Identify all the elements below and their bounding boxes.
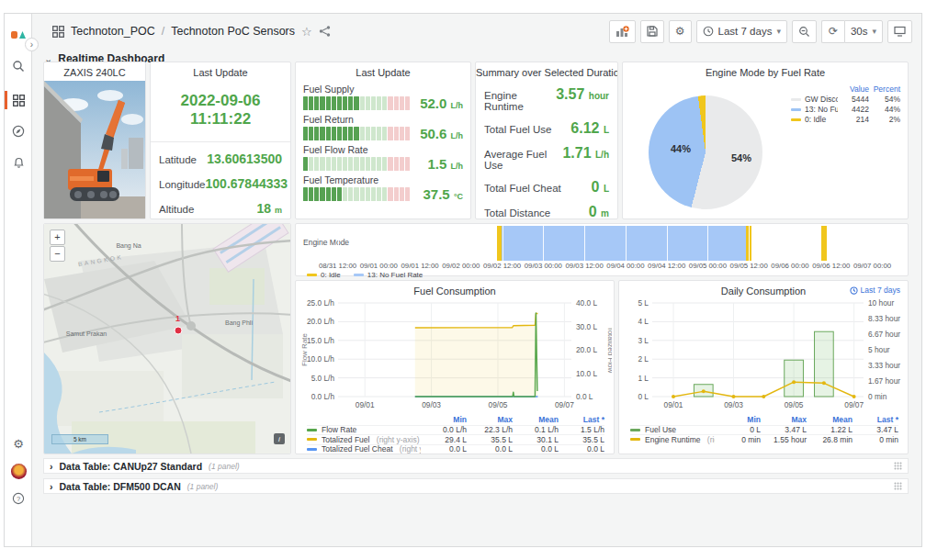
gauge-cell (377, 187, 381, 201)
time-range-picker[interactable]: Last 7 days ▾ (696, 20, 787, 43)
panel-summary: Summary over Selected Duration Engine Ru… (475, 62, 618, 219)
share-icon[interactable] (319, 26, 331, 37)
stat-label: Total Distance (484, 207, 550, 218)
legend-sort-header[interactable]: Max (761, 415, 807, 424)
legend-stat: 22.3 L/h (467, 425, 513, 434)
svg-text:40.0 L: 40.0 L (576, 298, 597, 308)
legend-sort-header[interactable]: Mean (807, 415, 853, 424)
stat-row: Engine Runtime 3.57 hour (476, 86, 617, 112)
chevron-down-icon: ▾ (872, 27, 876, 36)
help-icon[interactable]: ? (5, 487, 32, 510)
pie-legend-row[interactable]: GW Disconnected544454% (791, 95, 900, 104)
dashboard-settings-button[interactable]: ⚙ (669, 20, 692, 43)
gauge-cell (348, 96, 353, 110)
panel-time-override-badge[interactable]: Last 7 days (850, 286, 900, 295)
map-zoom-in-button[interactable]: + (50, 230, 65, 245)
map-marker-label: 1 (175, 314, 180, 323)
user-avatar[interactable] (5, 459, 32, 483)
legend-sort-header[interactable]: Last * (853, 415, 898, 424)
save-dashboard-button[interactable] (640, 20, 664, 43)
breadcrumb-dashboard[interactable]: Technoton PoC Sensors (171, 25, 295, 38)
gauge-cell (405, 157, 410, 171)
timeline-x-tick: 09/04 00:00 (606, 262, 644, 270)
search-icon[interactable] (5, 54, 32, 78)
panel-title[interactable]: Summary over Selected Duration (476, 62, 617, 81)
legend-row[interactable]: Engine Runtime (right y-axis)0 min1.55 h… (630, 434, 898, 444)
map-zoom-out-button[interactable]: − (50, 246, 65, 262)
refresh-button[interactable]: ⟳ (821, 20, 844, 43)
timeline-legend-item[interactable]: 0: Idle (307, 271, 341, 279)
legend-sort-header[interactable]: Value (838, 84, 869, 94)
legend-sort-header[interactable]: Percent (869, 84, 900, 94)
row-title: Data Table: CANUp27 Standard (60, 461, 203, 472)
drag-handle[interactable] (894, 462, 902, 470)
timeline-segment[interactable] (502, 226, 746, 261)
gauge-row: 50.6 L/h (296, 125, 470, 141)
timeline-legend-item[interactable]: 13: No Fuel Rate (354, 271, 423, 279)
legend-row[interactable]: Flow Rate0.0 L/h22.3 L/h0.1 L/h1.5 L/h (307, 425, 604, 435)
legend-stat: 214 (838, 115, 869, 124)
panel-engine-mode-pie: Engine Mode by Fuel Rate 44% 54% ValuePe… (622, 62, 909, 219)
legend-sort-header[interactable]: Min (421, 415, 467, 424)
timeline-x-axis: 08/31 12:0009/01 00:0009/01 12:0009/02 0… (305, 262, 898, 270)
timeline-gridline (420, 226, 421, 261)
favorite-star-icon[interactable]: ☆ (301, 25, 312, 39)
pie-legend-row[interactable]: 13: No Fuel Rate442244% (791, 105, 900, 114)
timeline-x-tick: 09/02 12:00 (483, 262, 521, 270)
gauge-cell (354, 187, 358, 201)
explore-compass-icon[interactable] (5, 119, 32, 143)
svg-text:0.0 L: 0.0 L (576, 392, 593, 401)
map-marker[interactable] (175, 327, 182, 334)
refresh-interval-dropdown[interactable]: 30s ▾ (844, 20, 883, 43)
legend-stat: 44% (869, 105, 900, 114)
gauge-cell (366, 187, 370, 201)
legend-sort-header[interactable]: Min (715, 415, 761, 424)
org-logo-icon (11, 28, 26, 41)
timeline-x-tick: 08/31 12:00 (319, 262, 356, 270)
legend-sort-header[interactable]: Max (467, 415, 513, 424)
pie-legend-row[interactable]: 0: Idle2142% (791, 115, 900, 124)
svg-text:5 L: 5 L (638, 298, 649, 308)
svg-text:0 L: 0 L (638, 392, 649, 401)
sidebar: ⚙ ? (5, 14, 32, 546)
legend-row[interactable]: Fuel Use0 L3.47 L1.22 L3.47 L (630, 425, 898, 435)
timeline-segment[interactable] (821, 226, 827, 261)
daily-consumption-chart[interactable]: 5 L4 L3 L2 L1 L0 L10 hour8.33 hour6.67 h… (623, 297, 906, 413)
fuel-flow-rate-gauge (303, 157, 410, 171)
kiosk-mode-button[interactable] (887, 20, 912, 43)
zoom-out-time-button[interactable] (792, 20, 817, 43)
collapsed-row-dfm500[interactable]: › Data Table: DFM500 DCAN (1 panel) (43, 478, 909, 494)
toolbar: ⚙ Last 7 days ▾ ⟳ (609, 20, 912, 43)
gauge-cell (332, 96, 336, 110)
gauge-value: 37.5 °C (415, 186, 463, 202)
gauge-value: 50.6 L/h (415, 126, 463, 141)
legend-row[interactable]: Totalized Fuel Cheat (right y-axis)0.0 L… (307, 444, 604, 454)
add-panel-button[interactable] (609, 20, 636, 43)
fuel-consumption-chart[interactable]: 25.0 L/h20.0 L/h15.0 L/h10.0 L/h5.0 L/h0… (299, 297, 612, 413)
panel-daily-consumption: Daily Consumption Last 7 days 5 L4 L3 L2… (618, 280, 909, 454)
gauge-cell (371, 127, 376, 140)
settings-gear-icon[interactable]: ⚙ (5, 431, 32, 455)
sidebar-collapse-button[interactable]: › (25, 38, 39, 51)
legend-sort-header[interactable]: Last * (559, 415, 604, 424)
drag-handle[interactable] (894, 482, 902, 490)
panel-title[interactable]: Engine Mode by Fuel Rate (623, 62, 908, 81)
map-attribution-icon[interactable]: i (274, 433, 285, 444)
gauge-value: 52.0 L/h (415, 95, 463, 111)
collapsed-row-canup27[interactable]: › Data Table: CANUp27 Standard (1 panel) (43, 458, 909, 474)
sidebar-item-dashboards[interactable] (5, 88, 32, 112)
gauge-cell (337, 157, 342, 171)
panel-title[interactable]: Last Update (151, 62, 290, 81)
gauge-cell (394, 157, 399, 171)
panel-title[interactable]: Fuel Consumption (296, 281, 614, 299)
alerting-bell-icon[interactable] (5, 151, 32, 174)
geomap[interactable]: Bang Na BANGKOK Bang Phli Samut Prakan 1 (44, 224, 290, 454)
legend-stat: 0.0 L (467, 444, 513, 454)
breadcrumb-folder[interactable]: Technoton_POC (71, 25, 155, 38)
panel-title[interactable]: ZAXIS 240LC (44, 62, 145, 81)
timeline-track[interactable] (305, 226, 898, 261)
legend-row[interactable]: Totalized Fuel (right y-axis)29.4 L35.5 … (307, 434, 604, 444)
legend-sort-header[interactable]: Mean (513, 415, 559, 424)
legend-header: MinMaxMeanLast * (307, 415, 604, 425)
panel-title[interactable]: Last Update (296, 62, 470, 81)
